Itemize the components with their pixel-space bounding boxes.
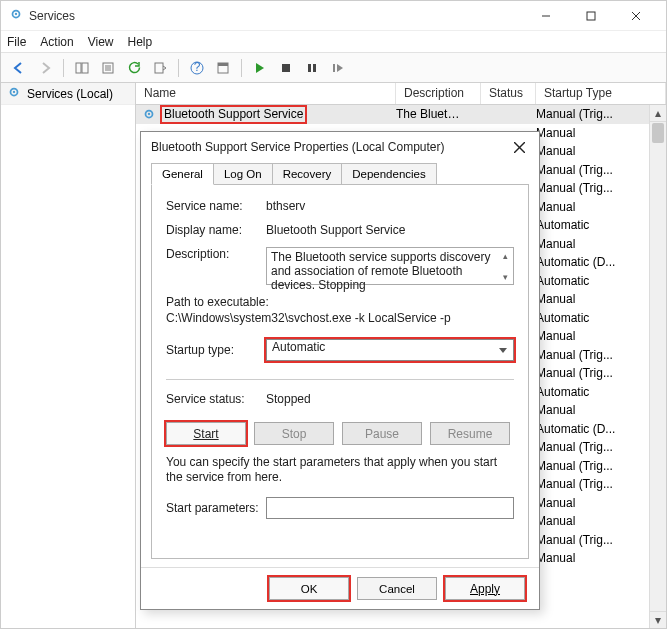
startup-type-value: Automatic bbox=[272, 340, 325, 354]
svg-text:?: ? bbox=[194, 61, 201, 74]
maximize-button[interactable] bbox=[568, 2, 613, 30]
dialog-body: Service name: bthserv Display name: Blue… bbox=[151, 184, 529, 559]
apply-button[interactable]: Apply bbox=[445, 577, 525, 600]
svg-point-21 bbox=[148, 113, 150, 115]
service-name: Bluetooth Support Service bbox=[160, 105, 307, 124]
menu-file[interactable]: File bbox=[7, 35, 26, 49]
service-startup: Manual bbox=[528, 403, 649, 417]
service-startup: Manual bbox=[528, 200, 649, 214]
sidebar-item-label: Services (Local) bbox=[27, 87, 113, 101]
svg-rect-14 bbox=[282, 64, 290, 72]
svg-rect-6 bbox=[76, 63, 81, 73]
stop-service-button[interactable] bbox=[274, 56, 298, 80]
service-startup: Automatic bbox=[528, 385, 649, 399]
svg-rect-13 bbox=[218, 63, 228, 66]
nav-forward-button[interactable] bbox=[33, 56, 57, 80]
column-header-status[interactable]: Status bbox=[481, 83, 536, 104]
menubar: File Action View Help bbox=[1, 31, 666, 53]
cancel-button[interactable]: Cancel bbox=[357, 577, 437, 600]
svg-rect-15 bbox=[308, 64, 311, 72]
label-display-name: Display name: bbox=[166, 223, 266, 237]
show-hide-tree-button[interactable] bbox=[70, 56, 94, 80]
desc-scroll-up[interactable]: ▴ bbox=[498, 248, 513, 263]
service-startup: Manual bbox=[528, 551, 649, 565]
resume-button[interactable]: Resume bbox=[430, 422, 510, 445]
restart-service-button[interactable] bbox=[326, 56, 350, 80]
svg-rect-9 bbox=[155, 63, 163, 73]
close-button[interactable] bbox=[613, 2, 658, 30]
service-startup: Automatic bbox=[528, 274, 649, 288]
service-row[interactable]: Bluetooth Support ServiceThe Bluetoo...M… bbox=[136, 105, 649, 124]
ok-button[interactable]: OK bbox=[269, 577, 349, 600]
label-service-name: Service name: bbox=[166, 199, 266, 213]
service-startup: Manual bbox=[528, 292, 649, 306]
dialog-footer: OK Cancel Apply bbox=[141, 567, 539, 609]
service-startup: Manual bbox=[528, 329, 649, 343]
service-startup: Manual (Trig... bbox=[528, 107, 649, 121]
sidebar: Services (Local) bbox=[1, 83, 136, 628]
value-service-status: Stopped bbox=[266, 392, 311, 406]
label-service-status: Service status: bbox=[166, 392, 266, 406]
menu-help[interactable]: Help bbox=[128, 35, 153, 49]
service-startup: Manual (Trig... bbox=[528, 366, 649, 380]
service-startup: Manual (Trig... bbox=[528, 477, 649, 491]
service-startup: Manual (Trig... bbox=[528, 459, 649, 473]
services-window: Services File Action View Help ? bbox=[0, 0, 667, 629]
minimize-button[interactable] bbox=[523, 2, 568, 30]
column-header-name[interactable]: Name bbox=[136, 83, 396, 104]
stop-button[interactable]: Stop bbox=[254, 422, 334, 445]
value-description: The Bluetooth service supports discovery… bbox=[271, 250, 490, 292]
service-startup: Automatic (D... bbox=[528, 422, 649, 436]
column-header-description[interactable]: Description bbox=[396, 83, 481, 104]
scroll-up-arrow[interactable]: ▴ bbox=[650, 105, 666, 122]
svg-rect-7 bbox=[82, 63, 88, 73]
dialog-titlebar: Bluetooth Support Service Properties (Lo… bbox=[141, 132, 539, 162]
description-box[interactable]: The Bluetooth service supports discovery… bbox=[266, 247, 514, 285]
properties-button[interactable] bbox=[211, 56, 235, 80]
menu-action[interactable]: Action bbox=[40, 35, 73, 49]
pause-service-button[interactable] bbox=[300, 56, 324, 80]
service-startup: Manual bbox=[528, 237, 649, 251]
tab-general[interactable]: General bbox=[151, 163, 214, 185]
service-startup: Manual bbox=[528, 514, 649, 528]
value-path: C:\Windows\system32\svchost.exe -k Local… bbox=[166, 311, 514, 325]
tab-dependencies[interactable]: Dependencies bbox=[341, 163, 437, 185]
list-header: Name Description Status Startup Type bbox=[136, 83, 666, 105]
scroll-thumb[interactable] bbox=[652, 123, 664, 143]
start-service-button[interactable] bbox=[248, 56, 272, 80]
startup-type-select[interactable]: Automatic bbox=[266, 339, 514, 361]
dialog-title: Bluetooth Support Service Properties (Lo… bbox=[151, 140, 509, 154]
scroll-down-arrow[interactable]: ▾ bbox=[650, 611, 666, 628]
service-description: The Bluetoo... bbox=[388, 107, 473, 121]
sidebar-item-services-local[interactable]: Services (Local) bbox=[1, 83, 135, 105]
nav-back-button[interactable] bbox=[7, 56, 31, 80]
service-startup: Automatic bbox=[528, 311, 649, 325]
desc-scroll-down[interactable]: ▾ bbox=[498, 269, 513, 284]
start-button[interactable]: Start bbox=[166, 422, 246, 445]
services-icon bbox=[7, 85, 21, 102]
export-list-button[interactable] bbox=[148, 56, 172, 80]
export-button[interactable] bbox=[96, 56, 120, 80]
svg-rect-17 bbox=[333, 64, 335, 72]
vertical-scrollbar[interactable]: ▴ ▾ bbox=[649, 105, 666, 628]
service-startup: Manual bbox=[528, 144, 649, 158]
tab-recovery[interactable]: Recovery bbox=[272, 163, 343, 185]
value-display-name: Bluetooth Support Service bbox=[266, 223, 405, 237]
service-startup: Manual (Trig... bbox=[528, 440, 649, 454]
pause-button[interactable]: Pause bbox=[342, 422, 422, 445]
start-params-input[interactable] bbox=[266, 497, 514, 519]
service-startup: Manual (Trig... bbox=[528, 348, 649, 362]
tab-logon[interactable]: Log On bbox=[213, 163, 273, 185]
service-startup: Manual (Trig... bbox=[528, 163, 649, 177]
refresh-button[interactable] bbox=[122, 56, 146, 80]
properties-dialog: Bluetooth Support Service Properties (Lo… bbox=[140, 131, 540, 610]
window-title: Services bbox=[29, 9, 523, 23]
column-header-startup[interactable]: Startup Type bbox=[536, 83, 666, 104]
dialog-close-button[interactable] bbox=[509, 137, 529, 157]
svg-point-19 bbox=[13, 91, 15, 93]
menu-view[interactable]: View bbox=[88, 35, 114, 49]
dialog-tabs: General Log On Recovery Dependencies bbox=[141, 162, 539, 184]
help-button[interactable]: ? bbox=[185, 56, 209, 80]
svg-rect-16 bbox=[313, 64, 316, 72]
app-icon bbox=[9, 7, 23, 24]
